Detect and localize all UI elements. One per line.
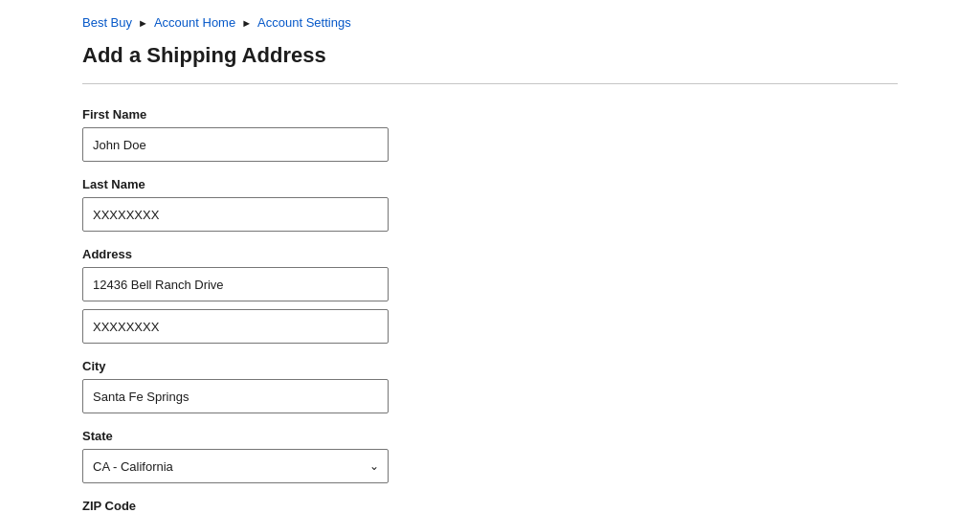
last-name-label: Last Name: [82, 177, 389, 191]
city-label: City: [82, 359, 389, 373]
first-name-group: First Name: [82, 107, 389, 162]
first-name-label: First Name: [82, 107, 389, 122]
breadcrumb-best-buy[interactable]: Best Buy: [82, 15, 132, 30]
address-line1-input[interactable]: [82, 267, 389, 301]
divider: [82, 83, 898, 84]
state-group: State CA - California AL - Alabama AK - …: [82, 429, 389, 483]
last-name-group: Last Name: [82, 177, 389, 232]
last-name-input[interactable]: [82, 197, 389, 232]
breadcrumb-account-settings[interactable]: Account Settings: [257, 15, 351, 30]
first-name-input[interactable]: [82, 127, 389, 162]
state-select-wrapper: CA - California AL - Alabama AK - Alaska…: [82, 449, 389, 483]
zip-label: ZIP Code: [82, 499, 389, 513]
city-group: City: [82, 359, 389, 413]
state-label: State: [82, 429, 389, 443]
state-select[interactable]: CA - California AL - Alabama AK - Alaska…: [82, 449, 389, 483]
zip-group: ZIP Code: [82, 499, 389, 513]
breadcrumb: Best Buy ► Account Home ► Account Settin…: [82, 15, 898, 30]
page-title: Add a Shipping Address: [82, 43, 898, 68]
address-line2-input[interactable]: [82, 309, 389, 344]
page-container: Best Buy ► Account Home ► Account Settin…: [59, 0, 921, 513]
breadcrumb-separator-2: ►: [241, 17, 252, 29]
address-group: Address: [82, 247, 389, 344]
breadcrumb-separator-1: ►: [138, 17, 148, 29]
breadcrumb-account-home[interactable]: Account Home: [154, 15, 235, 30]
city-input[interactable]: [82, 379, 389, 413]
address-label: Address: [82, 247, 389, 261]
shipping-address-form: First Name Last Name Address City State …: [82, 107, 389, 513]
